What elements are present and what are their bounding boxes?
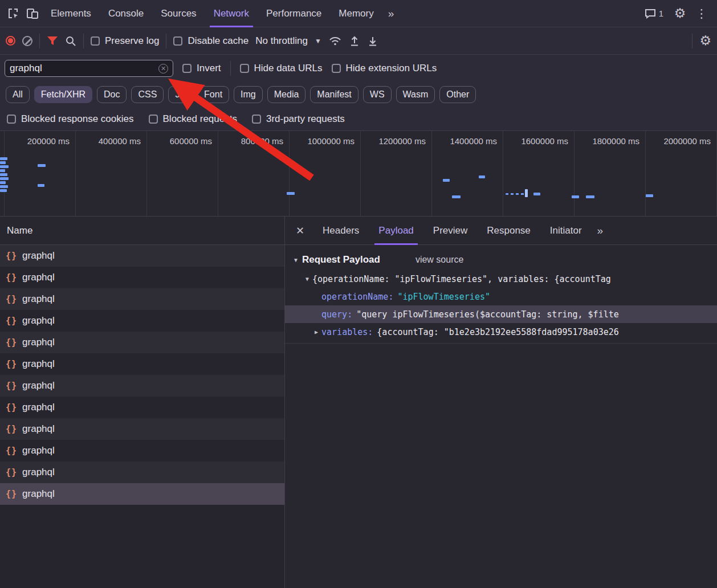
kebab-menu-icon[interactable]: ⋮ bbox=[692, 4, 711, 23]
waterfall-bar bbox=[0, 185, 8, 188]
chip-doc[interactable]: Doc bbox=[97, 86, 127, 103]
invert-checkbox[interactable]: Invert bbox=[182, 63, 221, 74]
payload-row-operation-name[interactable]: operationName: "ipFlowTimeseries" bbox=[285, 288, 717, 305]
import-har-icon[interactable] bbox=[349, 35, 360, 47]
device-toolbar-icon[interactable] bbox=[23, 4, 42, 23]
chip-other[interactable]: Other bbox=[439, 86, 476, 103]
request-name: graphql bbox=[22, 467, 55, 478]
payload-row-variables[interactable]: ▶ variables: {accountTag: "b1e2e3b2192ee… bbox=[285, 323, 717, 341]
clear-filter-icon[interactable]: ✕ bbox=[158, 64, 168, 74]
request-row[interactable]: {}graphql bbox=[0, 418, 284, 440]
detail-tab-headers[interactable]: Headers bbox=[313, 217, 369, 245]
hide-data-urls-checkbox[interactable]: Hide data URLs bbox=[240, 63, 323, 74]
export-har-icon[interactable] bbox=[367, 35, 378, 47]
tab-performance[interactable]: Performance bbox=[258, 0, 330, 27]
tab-label: Memory bbox=[339, 8, 373, 19]
fetch-braces-icon: {} bbox=[6, 337, 17, 348]
timeline-tick: 2000000 ms bbox=[646, 131, 717, 216]
filter-funnel-icon[interactable] bbox=[47, 36, 58, 46]
preserve-log-checkbox[interactable]: Preserve log bbox=[91, 35, 159, 47]
checkbox-icon bbox=[332, 64, 341, 73]
payload-summary-row[interactable]: ▼ {operationName: "ipFlowTimeseries", va… bbox=[285, 270, 717, 288]
waterfall-bar bbox=[38, 164, 46, 167]
request-list-panel: Name {}graphql {}graphql {}graphql {}gra… bbox=[0, 217, 285, 588]
request-name: graphql bbox=[22, 402, 55, 413]
timeline-tick: 1800000 ms bbox=[575, 131, 646, 216]
request-row-selected[interactable]: {}graphql bbox=[0, 483, 284, 505]
settings-gear-icon[interactable]: ⚙ bbox=[670, 4, 690, 23]
chip-manifest[interactable]: Manifest bbox=[310, 86, 358, 103]
tab-sources[interactable]: Sources bbox=[152, 0, 205, 27]
detail-tab-payload[interactable]: Payload bbox=[369, 217, 423, 245]
hide-extension-urls-checkbox[interactable]: Hide extension URLs bbox=[332, 63, 437, 74]
request-name: graphql bbox=[22, 315, 55, 326]
chip-js[interactable]: JS bbox=[168, 86, 193, 103]
timeline-tick: 1600000 ms bbox=[503, 131, 575, 216]
network-overview-timeline[interactable]: 200000 ms 400000 ms 600000 ms 800000 ms … bbox=[0, 131, 717, 217]
close-details-icon[interactable]: ✕ bbox=[287, 224, 313, 237]
request-row[interactable]: {}graphql bbox=[0, 310, 284, 332]
timeline-tick: 800000 ms bbox=[218, 131, 290, 216]
throttling-select[interactable]: No throttling ▼ bbox=[255, 35, 321, 47]
fetch-braces-icon: {} bbox=[6, 316, 17, 326]
more-tabs-chevron-icon[interactable]: » bbox=[382, 7, 400, 20]
blocked-requests-checkbox[interactable]: Blocked requests bbox=[149, 113, 237, 125]
inspect-element-icon[interactable] bbox=[3, 4, 23, 23]
name-column-header[interactable]: Name bbox=[0, 217, 284, 245]
payload-row-query-selected[interactable]: query: "query ipFlowTimeseries($accountT… bbox=[285, 305, 717, 323]
blocked-response-cookies-checkbox[interactable]: Blocked response cookies bbox=[7, 113, 134, 125]
detail-tab-initiator[interactable]: Initiator bbox=[540, 217, 592, 245]
request-row[interactable]: {}graphql bbox=[0, 288, 284, 310]
third-party-requests-checkbox[interactable]: 3rd-party requests bbox=[252, 113, 345, 125]
waterfall-bar bbox=[38, 184, 44, 187]
detail-tab-response[interactable]: Response bbox=[477, 217, 540, 245]
chip-all[interactable]: All bbox=[6, 86, 30, 103]
tab-memory[interactable]: Memory bbox=[330, 0, 382, 27]
chip-wasm[interactable]: Wasm bbox=[396, 86, 435, 103]
tab-elements[interactable]: Elements bbox=[42, 0, 100, 27]
fetch-braces-icon: {} bbox=[6, 489, 17, 499]
issues-badge[interactable]: 1 bbox=[640, 9, 668, 19]
more-detail-tabs-chevron-icon[interactable]: » bbox=[592, 224, 609, 237]
expand-triangle-icon[interactable]: ▶ bbox=[315, 329, 318, 335]
chip-font[interactable]: Font bbox=[197, 86, 229, 103]
request-row[interactable]: {}graphql bbox=[0, 375, 284, 397]
waterfall-bar bbox=[533, 193, 540, 195]
third-party-requests-label: 3rd-party requests bbox=[266, 113, 345, 125]
network-conditions-icon[interactable] bbox=[328, 35, 342, 46]
waterfall-bar bbox=[0, 169, 5, 172]
chip-css[interactable]: CSS bbox=[131, 86, 164, 103]
request-row[interactable]: {}graphql bbox=[0, 353, 284, 375]
search-icon[interactable] bbox=[65, 35, 76, 47]
divider bbox=[39, 34, 40, 48]
record-network-log-button[interactable] bbox=[6, 36, 15, 46]
request-row[interactable]: {}graphql bbox=[0, 462, 284, 483]
waterfall-bar bbox=[443, 179, 450, 182]
devtools-main-tab-bar: Elements Console Sources Network Perform… bbox=[0, 0, 717, 27]
network-filter-input[interactable] bbox=[10, 63, 158, 74]
network-settings-gear-icon[interactable]: ⚙ bbox=[699, 33, 711, 48]
tab-console[interactable]: Console bbox=[100, 0, 152, 27]
collapse-triangle-icon[interactable]: ▼ bbox=[293, 257, 299, 263]
request-name: graphql bbox=[22, 250, 55, 262]
tab-network[interactable]: Network bbox=[205, 0, 258, 27]
request-row[interactable]: {}graphql bbox=[0, 332, 284, 353]
detail-tab-preview[interactable]: Preview bbox=[423, 217, 477, 245]
request-row[interactable]: {}graphql bbox=[0, 397, 284, 418]
chip-media[interactable]: Media bbox=[267, 86, 306, 103]
waterfall-bar bbox=[572, 195, 579, 198]
clear-network-log-button[interactable] bbox=[22, 36, 32, 46]
request-row[interactable]: {}graphql bbox=[0, 245, 284, 267]
divider bbox=[83, 34, 84, 48]
disable-cache-checkbox[interactable]: Disable cache bbox=[173, 35, 248, 47]
request-row[interactable]: {}graphql bbox=[0, 440, 284, 462]
checkbox-icon bbox=[7, 115, 16, 124]
chip-img[interactable]: Img bbox=[234, 86, 263, 103]
fetch-braces-icon: {} bbox=[6, 446, 17, 456]
chip-fetch-xhr[interactable]: Fetch/XHR bbox=[34, 86, 92, 103]
chip-ws[interactable]: WS bbox=[363, 86, 392, 103]
checkbox-icon bbox=[252, 115, 261, 124]
request-name: graphql bbox=[22, 272, 55, 283]
view-source-link[interactable]: view source bbox=[415, 255, 463, 265]
request-row[interactable]: {}graphql bbox=[0, 267, 284, 288]
